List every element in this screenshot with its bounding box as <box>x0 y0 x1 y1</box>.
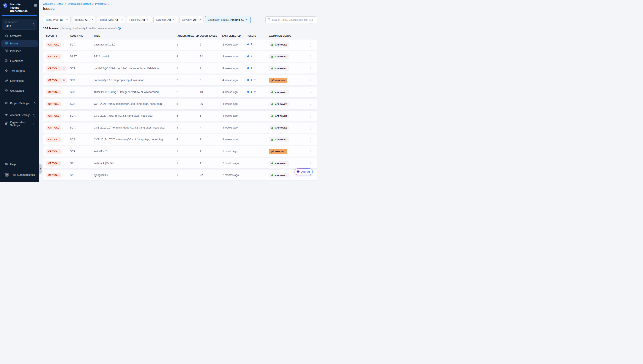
last-detected: 4 weeks ago <box>222 126 247 129</box>
ticket-chip[interactable]: 1 ▼ <box>247 43 256 46</box>
info-icon[interactable] <box>33 114 36 117</box>
issue-title[interactable]: webpack@5.64.1 <box>94 162 177 165</box>
severity-badge: CRITICAL <box>46 66 67 71</box>
sidebar-collapse-handle[interactable] <box>39 164 42 174</box>
issue-type: SCA <box>70 90 94 94</box>
issue-title[interactable]: CVE-2019-10747: set-value@0.4.3 (lang-pk… <box>94 138 177 141</box>
filter-scanner[interactable]: Scanner: All <box>153 16 178 23</box>
issue-row[interactable]: CRITICAL SCA zlib@1:1.2.13.dfsg-1: Integ… <box>43 87 317 98</box>
issue-title[interactable]: zlib@1:1.2.13.dfsg-1: Integer Overflow o… <box>94 90 177 94</box>
filter-pipelines[interactable]: Pipelines: All <box>127 16 152 23</box>
exemption-label: APPROVED <box>275 126 287 129</box>
row-menu-button[interactable] <box>309 54 313 60</box>
project-selector[interactable]: PROJECT STO <box>2 19 37 30</box>
row-menu-button[interactable] <box>309 90 313 95</box>
issue-type: SCA <box>70 102 94 106</box>
thumbs-up-icon <box>271 114 274 117</box>
eye-off-badge-icon <box>271 79 274 82</box>
avatar: TK <box>5 173 9 177</box>
row-menu-button[interactable] <box>309 149 313 154</box>
row-menu-button[interactable] <box>309 114 313 119</box>
help-button[interactable]: ? Help <box>1 161 38 168</box>
severity-label: CRITICAL <box>46 78 61 82</box>
issue-title[interactable]: CVE-2019-10746: mixin-deep@1.3.1 (lang-p… <box>94 126 177 129</box>
sidebar-item-label: Organization Settings <box>10 121 31 127</box>
exemption-label: APPROVED <box>275 91 287 93</box>
issue-row[interactable]: CRITICAL SCA CVE-2019-10746: mixin-deep@… <box>43 122 317 133</box>
severity-badge: CRITICAL <box>46 54 61 59</box>
info-icon[interactable] <box>33 122 36 125</box>
issue-title[interactable]: django@1.2 <box>94 174 177 176</box>
project-label: PROJECT <box>8 21 18 23</box>
chevron-down-icon <box>91 19 93 20</box>
sidebar-item-organization-settings[interactable]: Organization Settings <box>1 119 38 128</box>
ticket-chip[interactable]: 1 ▼ <box>247 90 256 93</box>
filter-target-type[interactable]: Target Type: All <box>97 16 125 23</box>
issue-row[interactable]: CRITICAL SAST B324: hashlib 8 32 3 weeks… <box>43 51 317 62</box>
row-menu-button[interactable] <box>309 42 313 48</box>
sidebar-item-executions[interactable]: Executions <box>1 57 38 65</box>
row-menu-button[interactable] <box>309 66 313 72</box>
issue-row[interactable]: CRITICAL SCA gnutls28@3.7.9-2+deb12u5: I… <box>43 63 317 74</box>
filter-targets[interactable]: Targets: All <box>72 16 95 23</box>
issue-row[interactable]: CRITICAL SCA CVE-2021-44906: minimist@0.… <box>43 98 317 109</box>
issue-row[interactable]: CRITICAL SCA bassmaster//1.2.0 1 9 2 wee… <box>43 39 317 50</box>
issue-row[interactable]: CRITICAL SCA swig//1.4.2 1 2 1 month ago… <box>43 146 317 157</box>
issue-row[interactable]: CRITICAL SCA CVE-2019-10747: set-value@0… <box>43 134 317 145</box>
breadcrumb-project-link[interactable]: Project: STO <box>95 2 109 5</box>
chevron-down-icon <box>121 19 123 20</box>
ticket-chip[interactable]: 2 ▼ <box>247 55 256 58</box>
sidebar-item-pipelines[interactable]: Pipelines <box>1 48 38 55</box>
issue-row[interactable]: CRITICAL SCA CVE-2020-7788: ini@1.3.5 (l… <box>43 110 317 121</box>
issue-row[interactable]: CRITICAL SAST django@1.2 1 22 2 months a… <box>43 170 317 180</box>
filter-severity[interactable]: Severity: All <box>179 16 204 23</box>
exemption-label: APPROVED <box>275 67 287 70</box>
sidebar-item-account-settings[interactable]: Account Settings <box>1 112 38 119</box>
issue-row[interactable]: CRITICAL SAST webpack@5.64.1 1 1 2 month… <box>43 158 317 169</box>
issue-row[interactable]: CRITICAL SCA coreutils@9.1-1: Improper I… <box>43 75 317 86</box>
row-menu-button[interactable] <box>309 161 313 166</box>
row-menu-button[interactable] <box>309 78 313 84</box>
row-menu-button[interactable] <box>309 126 313 131</box>
issue-title[interactable]: CVE-2021-44906: minimist@0.0.8 (lang-pkg… <box>94 102 177 106</box>
issue-title[interactable]: bassmaster//1.2.0 <box>94 43 177 46</box>
sidebar-item-test-targets[interactable]: Test Targets <box>1 67 38 74</box>
thumbs-up-icon <box>271 43 274 46</box>
breadcrumb-account-link[interactable]: Account: STO test <box>43 2 63 5</box>
chevron-down-icon <box>246 19 248 20</box>
ask-ai-button[interactable]: Ask AI <box>295 168 313 175</box>
issue-title[interactable]: B324: hashlib <box>94 55 177 58</box>
brand-header: Security Testing Orchestration <box>0 0 39 15</box>
exemption-status-badge: APPROVED <box>269 54 289 59</box>
breadcrumb-org-link[interactable]: Organization: default <box>68 2 91 5</box>
sidebar-item-issues[interactable]: Issues <box>1 40 38 47</box>
sidebar-item-exemptions[interactable]: Exemptions <box>1 77 38 84</box>
sidebar: Security Testing Orchestration <box>0 0 39 182</box>
thumbs-up-icon <box>271 91 274 94</box>
ticket-chip[interactable]: 1 ▼ <box>247 78 256 82</box>
layers-icon <box>61 66 67 71</box>
user-menu[interactable]: TK Teja Kummarikuntla <box>1 171 38 179</box>
issue-title[interactable]: swig//1.4.2 <box>94 150 177 153</box>
sidebar-item-overview[interactable]: Overview <box>1 32 38 40</box>
occurrences: 22 <box>200 174 222 176</box>
issue-title[interactable]: gnutls28@3.7.9-2+deb12u5: Improper Input… <box>94 67 177 70</box>
eye-off-icon <box>5 79 8 83</box>
filter-issue-type[interactable]: Issue Type: All <box>43 16 71 23</box>
filter-exemption-status[interactable]: Exemption Status: Pending +1 <box>205 16 251 23</box>
sidebar-item-get-started[interactable]: Get Started <box>1 87 38 94</box>
info-icon[interactable] <box>118 27 121 30</box>
issue-title[interactable]: CVE-2020-7788: ini@1.3.5 (lang-pkgs, nod… <box>94 114 177 117</box>
row-menu-button[interactable] <box>309 102 313 107</box>
exemption-label: PENDING <box>275 150 285 153</box>
occurrences: 4 <box>200 126 222 129</box>
search-input[interactable] <box>272 18 315 21</box>
ticket-chip[interactable]: 1 ▼ <box>247 67 256 70</box>
module-grid-icon[interactable] <box>34 4 37 8</box>
last-detected: 1 month ago <box>222 150 247 153</box>
col-occurrences: OCCURRENCES <box>200 35 222 37</box>
last-detected: 4 weeks ago <box>222 90 247 94</box>
sidebar-item-project-settings[interactable]: Project Settings <box>1 100 38 107</box>
issue-title[interactable]: coreutils@9.1-1: Improper Input Validati… <box>94 79 177 82</box>
row-menu-button[interactable] <box>309 137 313 143</box>
